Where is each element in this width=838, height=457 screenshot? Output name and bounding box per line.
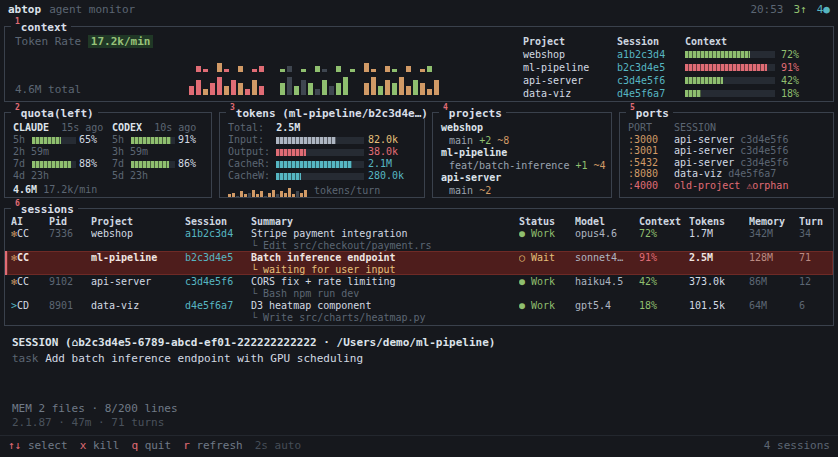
context-usage-pct: 18% [781, 87, 813, 100]
quota-meter [32, 137, 76, 144]
status-badge: ● Work [519, 299, 571, 312]
git-added-count: +1 [575, 160, 587, 171]
port-project: api-server [674, 157, 734, 168]
tokens-panel-title: 3tokens (ml-pipeline/b2c3d4e…) [226, 106, 432, 119]
ports-panel: 5ports PORTSESSION :3000api-server c3d4e… [619, 112, 834, 198]
provider-age: 10s ago [154, 122, 196, 134]
status-badge: ● Work [519, 227, 571, 240]
detail-meta: (⌂b2c3d4e5-6789-abcd-ef01-222222222222 ·… [65, 336, 495, 349]
port-row: :5432api-server c3d4e5f6 [628, 157, 825, 169]
quota-total: 4.6M [13, 184, 37, 195]
session-row[interactable]: ✻CC 7336 webshop a1b2c3d4 Stripe payment… [5, 227, 833, 251]
project-name: ml-pipeline [523, 61, 613, 74]
quit-key-hint[interactable]: q quit [131, 439, 171, 453]
select-key-hint[interactable]: ↑↓ select [8, 439, 68, 453]
provider-name: CLAUDE [13, 122, 49, 134]
kill-key: x [80, 439, 87, 452]
session-row[interactable]: ✻CC 9102 api-server c3d4e5f6 CORS fix + … [5, 275, 833, 299]
git-modified-count: ~2 [479, 185, 491, 196]
status-badge: ● Work [519, 275, 571, 288]
agent-name: CC [17, 252, 29, 263]
col-session: Session [617, 35, 681, 48]
memory: 86M [749, 275, 795, 288]
panel-number: 5 [630, 103, 635, 112]
memory-summary: MEM 2 files · 8/200 lines [12, 402, 826, 416]
context-usage-pct: 42% [781, 74, 813, 87]
tokens: 101.5k [689, 299, 745, 312]
git-branch: main [449, 185, 473, 196]
context-usage-row: data-viz d4e5f6a7 18% [523, 87, 823, 100]
memory: 128M [749, 251, 795, 264]
git-modified-count: ~4 [594, 160, 606, 171]
token-meter [276, 173, 364, 180]
panel-title-text: projects [449, 107, 502, 120]
project-name: webshop [441, 122, 603, 135]
port-number: :5432 [628, 157, 666, 169]
quota-codex-column: CODEX 10s ago 5h91% 3h 59m 7d86% 5d 23h [112, 122, 203, 182]
ports-panel-title: 5ports [626, 106, 673, 119]
token-rate: Token Rate 17.2k/min [15, 35, 175, 49]
project-item: api-server main ~2 [441, 172, 603, 197]
tokens-per-turn-sparkline [228, 187, 308, 197]
sessions-panel: 6sessions AI Pid Project Session Summary… [4, 208, 834, 326]
panel-number: 2 [15, 103, 20, 112]
project-name: ml-pipeline [91, 251, 181, 264]
project-item: ml-pipeline feat/batch-inference +1 ~4 [441, 147, 603, 172]
port-project: api-server [674, 134, 734, 145]
panel-number: 3 [230, 103, 235, 112]
projects-panel-title: 4projects [439, 106, 506, 119]
port-session-id: c3d4e5f6 [740, 157, 788, 168]
quota-meter [131, 161, 175, 168]
tokens-total-label: Total: [228, 122, 264, 134]
port-number: :8080 [628, 168, 666, 180]
port-session-id: c3d4e5f6 [740, 145, 788, 156]
port-project: api-server [674, 145, 734, 156]
session-id: c3d4e5f6 [617, 74, 681, 87]
agent-name: CD [17, 300, 29, 311]
status-badge: ○ Wait [519, 251, 571, 264]
tokens-total-value: 2.5M [276, 122, 300, 134]
agent-name: CC [17, 276, 29, 287]
col-context: Context [685, 35, 777, 48]
turn: 6 [799, 299, 827, 312]
context-usage-pct: 91% [781, 61, 813, 74]
quota-pct: 86% [178, 158, 196, 170]
context-pct: 42% [639, 275, 685, 288]
context-pct: 18% [639, 299, 685, 312]
context-pct: 72% [639, 227, 685, 240]
panel-title-text: sessions [21, 203, 74, 216]
refresh-key-hint[interactable]: r refresh [183, 439, 243, 453]
quota-pct: 65% [79, 134, 97, 146]
git-modified-count: ~8 [497, 135, 509, 146]
context-usage-row: ml-pipeline b2c3d4e5 91% [523, 61, 823, 74]
session-row[interactable]: >CD 8901 data-viz d4e5f6a7 D3 heatmap co… [5, 299, 833, 323]
token-row-label: CacheW: [228, 170, 272, 182]
session-id: a1b2c3d4 [185, 227, 247, 240]
arrow-keys-icon: ↑↓ [8, 439, 21, 452]
quota-pct: 88% [79, 158, 97, 170]
port-project: old-project [674, 180, 740, 191]
context-usage-meter [685, 77, 775, 84]
current-action: └ Write src/charts/heatmap.py [251, 311, 515, 324]
pid: 9102 [49, 275, 87, 288]
project-name: data-viz [91, 299, 181, 312]
model: opus4.6 [575, 227, 635, 240]
refresh-key: r [183, 439, 190, 452]
project-item: webshop main +2 ~8 [441, 122, 603, 147]
session-count: 4 sessions [764, 439, 830, 453]
token-row-value: 82.0k [368, 134, 416, 146]
active-sessions-indicator: 4● [817, 3, 830, 16]
kill-key-hint[interactable]: x kill [80, 439, 120, 453]
model: haiku4.5 [575, 275, 635, 288]
session-row-selected[interactable]: ✻CC ml-pipeline b2c3d4e5 Batch inference… [5, 251, 833, 275]
project-name: data-viz [523, 87, 613, 100]
quota-panel-title: 2quota(left) [11, 106, 98, 119]
provider-age: 15s ago [61, 122, 103, 134]
port-number: :3001 [628, 145, 666, 157]
context-pct: 91% [639, 251, 685, 264]
app-title: abtop [8, 3, 41, 16]
quit-label: quit [145, 439, 172, 452]
quota-meter [32, 161, 76, 168]
tokens: 373.0k [689, 275, 745, 288]
session-id: b2c3d4e5 [185, 251, 247, 264]
